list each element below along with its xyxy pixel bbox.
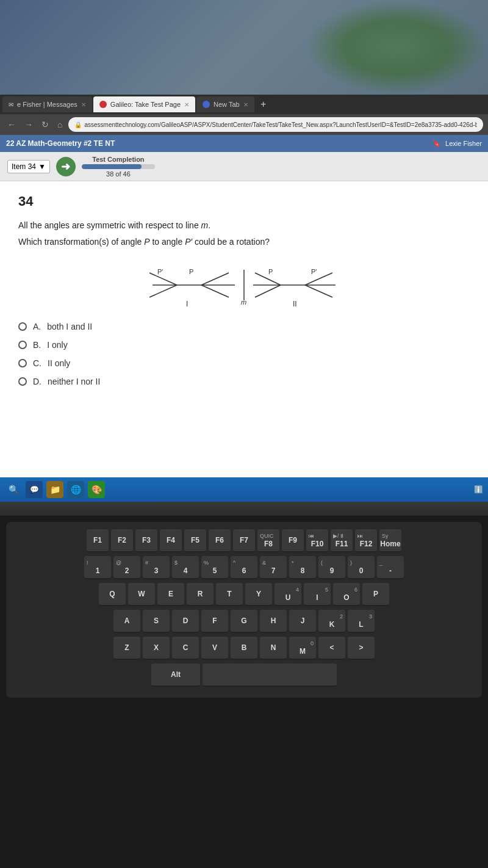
go-button[interactable]: ➜: [56, 157, 76, 176]
key-d[interactable]: D: [172, 610, 199, 633]
radio-D[interactable]: [18, 377, 27, 386]
key-5[interactable]: %5: [201, 556, 228, 579]
key-q[interactable]: Q: [99, 583, 126, 606]
radio-C[interactable]: [18, 359, 27, 367]
key-6[interactable]: ^6: [231, 556, 257, 579]
go-arrow-icon: ➜: [61, 160, 70, 173]
key-space[interactable]: [203, 664, 337, 687]
key-f7[interactable]: F7: [233, 529, 255, 552]
key-i[interactable]: 5I: [304, 583, 331, 606]
background-decoration: [0, 0, 488, 95]
svg-line-4: [201, 285, 229, 297]
key-7[interactable]: &7: [260, 556, 287, 579]
tab-galileo-favicon: [99, 101, 107, 108]
taskbar-search[interactable]: 🔍: [5, 481, 22, 498]
svg-line-10: [255, 273, 281, 285]
new-tab-button[interactable]: +: [256, 96, 271, 112]
key-home[interactable]: SyHome: [379, 529, 401, 552]
key-e[interactable]: E: [157, 583, 184, 606]
svg-text:P': P': [157, 268, 163, 275]
key-0[interactable]: )0: [348, 556, 375, 579]
taskbar-files[interactable]: 📁: [46, 481, 63, 498]
svg-line-2: [149, 285, 177, 297]
progress-bar-fill: [82, 164, 142, 169]
answer-choices: A. both I and II B. I only C. II only D.…: [18, 322, 470, 386]
taskbar-edge[interactable]: 🌐: [67, 481, 84, 498]
key-greaterthan[interactable]: >: [348, 637, 375, 660]
key-f3[interactable]: F3: [135, 529, 157, 552]
qwerty-key-row: Q W E R T Y 4U 5I 6O P: [11, 583, 477, 606]
key-y[interactable]: Y: [245, 583, 272, 606]
key-w[interactable]: W: [128, 583, 155, 606]
key-x[interactable]: X: [143, 637, 170, 660]
tab-messages[interactable]: ✉ e Fisher | Messages ✕: [2, 96, 92, 112]
key-f10[interactable]: ⏮F10: [306, 529, 328, 552]
choice-B[interactable]: B. I only: [18, 340, 470, 350]
svg-text:I: I: [186, 300, 188, 308]
key-f6[interactable]: F6: [209, 529, 231, 552]
tab-newtab[interactable]: New Tab ✕: [196, 96, 254, 112]
url-input[interactable]: 🔒 assessmenttechnology.com/GalileoASP/AS…: [68, 117, 483, 132]
key-3[interactable]: #3: [143, 556, 170, 579]
key-m[interactable]: 0M: [289, 637, 316, 660]
taskbar: 🔍 💬 📁 🌐 🎨 ℹ️: [0, 477, 488, 502]
key-9[interactable]: (9: [318, 556, 345, 579]
refresh-button[interactable]: ↻: [39, 118, 51, 131]
key-lessthan[interactable]: <: [318, 637, 345, 660]
key-f1[interactable]: F1: [87, 529, 109, 552]
forward-button[interactable]: →: [22, 118, 35, 131]
key-f11[interactable]: ▶/⏸F11: [331, 529, 353, 552]
key-l[interactable]: 3L: [348, 610, 375, 633]
key-r[interactable]: R: [187, 583, 214, 606]
svg-line-1: [149, 273, 177, 285]
key-k[interactable]: 2K: [318, 610, 345, 633]
key-o[interactable]: 6O: [333, 583, 360, 606]
key-f5[interactable]: F5: [184, 529, 206, 552]
back-button[interactable]: ←: [5, 118, 18, 131]
number-key-row: !1 @2 #3 $4 %5 ^6 &7 *8 (9 )0 _-: [11, 556, 477, 579]
key-8[interactable]: *8: [289, 556, 316, 579]
radio-B[interactable]: [18, 341, 27, 349]
key-alt[interactable]: Alt: [151, 664, 200, 687]
key-h[interactable]: H: [260, 610, 287, 633]
choice-D-text: neither I nor II: [48, 377, 100, 386]
taskbar-teams[interactable]: 💬: [26, 481, 43, 498]
key-z[interactable]: Z: [113, 637, 140, 660]
key-dash[interactable]: _-: [377, 556, 404, 579]
key-f4[interactable]: F4: [160, 529, 182, 552]
tab-galileo[interactable]: Galileo: Take Test Page ✕: [93, 96, 195, 112]
choice-D[interactable]: D. neither I nor II: [18, 377, 470, 386]
key-f8[interactable]: QUICF8: [257, 529, 279, 552]
completion-label: Test Completion: [92, 156, 144, 163]
radio-A[interactable]: [18, 322, 27, 331]
app-header: 22 AZ Math-Geometry #2 TE NT 🔖 Lexie Fis…: [0, 135, 488, 152]
question-number: 34: [18, 193, 470, 209]
key-1[interactable]: !1: [84, 556, 111, 579]
key-j[interactable]: J: [289, 610, 316, 633]
key-s[interactable]: S: [143, 610, 170, 633]
key-f[interactable]: F: [201, 610, 228, 633]
key-n[interactable]: N: [260, 637, 287, 660]
key-g[interactable]: G: [231, 610, 257, 633]
key-p[interactable]: P: [362, 583, 389, 606]
key-f9[interactable]: F9: [282, 529, 304, 552]
key-a[interactable]: A: [113, 610, 140, 633]
choice-A[interactable]: A. both I and II: [18, 322, 470, 331]
tab-newtab-close[interactable]: ✕: [243, 101, 248, 108]
key-c[interactable]: C: [172, 637, 199, 660]
key-f12[interactable]: ⏭F12: [355, 529, 377, 552]
home-button[interactable]: ⌂: [55, 118, 65, 131]
choice-A-letter: A.: [33, 322, 41, 331]
key-f2[interactable]: F2: [111, 529, 133, 552]
key-4[interactable]: $4: [172, 556, 199, 579]
key-b[interactable]: B: [231, 637, 257, 660]
key-v[interactable]: V: [201, 637, 228, 660]
choice-C[interactable]: C. II only: [18, 358, 470, 368]
item-dropdown[interactable]: Item 34 ▼: [7, 160, 50, 173]
tab-galileo-close[interactable]: ✕: [184, 101, 189, 108]
key-t[interactable]: T: [216, 583, 243, 606]
key-2[interactable]: @2: [113, 556, 140, 579]
tab-messages-close[interactable]: ✕: [81, 101, 86, 108]
key-u[interactable]: 4U: [274, 583, 301, 606]
taskbar-color[interactable]: 🎨: [88, 481, 105, 498]
